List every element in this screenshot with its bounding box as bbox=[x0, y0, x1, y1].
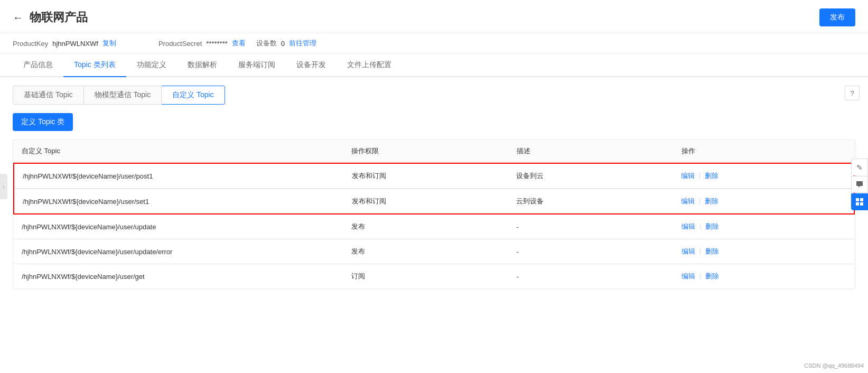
table-row: /hjhnPWLNXWf/${deviceName}/user/post1 发布… bbox=[14, 164, 854, 189]
tab-data-parse[interactable]: 数据解析 bbox=[177, 54, 228, 77]
topic-permission: 发布 bbox=[351, 247, 516, 256]
tab-basic-topic[interactable]: 基础通信 Topic bbox=[13, 86, 84, 105]
tab-topic-list[interactable]: Topic 类列表 bbox=[63, 54, 126, 77]
content-area: ? 基础通信 Topic 物模型通信 Topic 自定义 Topic 定义 To… bbox=[0, 77, 868, 297]
tab-device-dev[interactable]: 设备开发 bbox=[286, 54, 337, 77]
product-key-value: hjhnPWLNXWf bbox=[52, 40, 98, 48]
main-tabs: 产品信息 Topic 类列表 功能定义 数据解析 服务端订阅 设备开发 文件上传… bbox=[0, 54, 868, 77]
table-row: /hjhnPWLNXWf/${deviceName}/user/update/e… bbox=[13, 239, 855, 264]
copy-button[interactable]: 复制 bbox=[102, 39, 116, 48]
topic-desc: 设备到云 bbox=[516, 171, 680, 181]
help-button[interactable]: ? bbox=[845, 86, 860, 100]
table-row: /hjhnPWLNXWf/${deviceName}/user/get 订阅 -… bbox=[13, 264, 855, 288]
col-permission: 操作权限 bbox=[351, 146, 516, 156]
topic-actions: 编辑 | 删除 bbox=[681, 171, 845, 181]
table-row: /hjhnPWLNXWf/${deviceName}/user/set1 发布和… bbox=[14, 189, 854, 213]
topic-actions: 编辑 | 删除 bbox=[682, 247, 846, 256]
topic-path: /hjhnPWLNXWf/${deviceName}/user/set1 bbox=[23, 198, 352, 206]
topic-path: /hjhnPWLNXWf/${deviceName}/user/update/e… bbox=[22, 248, 351, 256]
topic-path: /hjhnPWLNXWf/${deviceName}/user/get bbox=[22, 273, 351, 281]
tab-product-info[interactable]: 产品信息 bbox=[13, 54, 63, 77]
topic-desc: - bbox=[517, 248, 682, 256]
topic-table: 自定义 Topic 操作权限 描述 操作 /hjhnPWLNXWf/${devi… bbox=[13, 139, 855, 289]
back-button[interactable]: ← bbox=[13, 12, 23, 24]
table-header: 自定义 Topic 操作权限 描述 操作 bbox=[13, 140, 855, 163]
highlighted-rows: /hjhnPWLNXWf/${deviceName}/user/post1 发布… bbox=[13, 163, 855, 215]
sub-tabs: 基础通信 Topic 物模型通信 Topic 自定义 Topic bbox=[13, 86, 855, 105]
view-secret-button[interactable]: 查看 bbox=[232, 39, 246, 48]
define-topic-button[interactable]: 定义 Topic 类 bbox=[13, 113, 73, 131]
topic-permission: 发布和订阅 bbox=[352, 171, 516, 181]
delete-link[interactable]: 删除 bbox=[705, 171, 718, 181]
manage-devices-link[interactable]: 前往管理 bbox=[289, 39, 316, 48]
product-secret-value: ******** bbox=[206, 40, 227, 48]
publish-button[interactable]: 发布 bbox=[819, 8, 855, 26]
edit-link[interactable]: 编辑 bbox=[682, 247, 695, 256]
page-header: ← 物联网产品 发布 bbox=[0, 0, 868, 33]
meta-section: ProductKey hjhnPWLNXWf 复制 ProductSecret … bbox=[0, 33, 868, 54]
svg-rect-2 bbox=[856, 202, 859, 206]
svg-rect-0 bbox=[856, 198, 859, 201]
delete-link[interactable]: 删除 bbox=[705, 197, 718, 206]
table-row: /hjhnPWLNXWf/${deviceName}/user/update 发… bbox=[13, 215, 855, 239]
delete-link[interactable]: 删除 bbox=[705, 272, 719, 281]
topic-desc: - bbox=[517, 223, 682, 231]
col-action: 操作 bbox=[682, 146, 846, 156]
tab-model-topic[interactable]: 物模型通信 Topic bbox=[84, 86, 162, 105]
delete-link[interactable]: 删除 bbox=[705, 247, 719, 256]
product-key-label: ProductKey bbox=[13, 40, 48, 48]
tab-custom-topic[interactable]: 自定义 Topic bbox=[162, 86, 225, 105]
device-count-value: 0 bbox=[281, 40, 285, 48]
edit-link[interactable]: 编辑 bbox=[681, 171, 695, 181]
svg-rect-1 bbox=[860, 198, 863, 201]
tab-server-subscribe[interactable]: 服务端订阅 bbox=[228, 54, 286, 77]
topic-actions: 编辑 | 删除 bbox=[682, 272, 846, 281]
page-title: 物联网产品 bbox=[30, 10, 88, 25]
edit-link[interactable]: 编辑 bbox=[681, 197, 695, 206]
topic-path: /hjhnPWLNXWf/${deviceName}/user/post1 bbox=[23, 172, 352, 180]
col-topic: 自定义 Topic bbox=[22, 146, 351, 156]
tab-file-upload[interactable]: 文件上传配置 bbox=[337, 54, 402, 77]
product-secret-label: ProductSecret bbox=[158, 40, 202, 48]
topic-desc: - bbox=[517, 273, 682, 281]
tab-function-def[interactable]: 功能定义 bbox=[126, 54, 177, 77]
topic-path: /hjhnPWLNXWf/${deviceName}/user/update bbox=[22, 223, 351, 231]
comment-tool-button[interactable] bbox=[851, 176, 868, 193]
svg-rect-3 bbox=[860, 202, 863, 206]
watermark: CSDN @qq_49688494 bbox=[804, 362, 864, 369]
grid-tool-button[interactable] bbox=[851, 193, 868, 210]
topic-actions: 编辑 | 删除 bbox=[681, 197, 845, 206]
right-toolbar: ✎ bbox=[851, 158, 868, 210]
edit-link[interactable]: 编辑 bbox=[682, 222, 695, 231]
topic-permission: 发布和订阅 bbox=[352, 197, 516, 206]
device-count-label: 设备数 bbox=[256, 39, 277, 48]
delete-link[interactable]: 删除 bbox=[705, 222, 719, 231]
edit-link[interactable]: 编辑 bbox=[682, 272, 695, 281]
topic-desc: 云到设备 bbox=[516, 197, 680, 206]
topic-permission: 发布 bbox=[351, 222, 516, 231]
col-desc: 描述 bbox=[517, 146, 682, 156]
topic-actions: 编辑 | 删除 bbox=[682, 222, 846, 231]
sidebar-collapse-button[interactable]: ‹ bbox=[0, 174, 7, 199]
topic-permission: 订阅 bbox=[351, 272, 516, 281]
edit-tool-button[interactable]: ✎ bbox=[851, 158, 868, 175]
